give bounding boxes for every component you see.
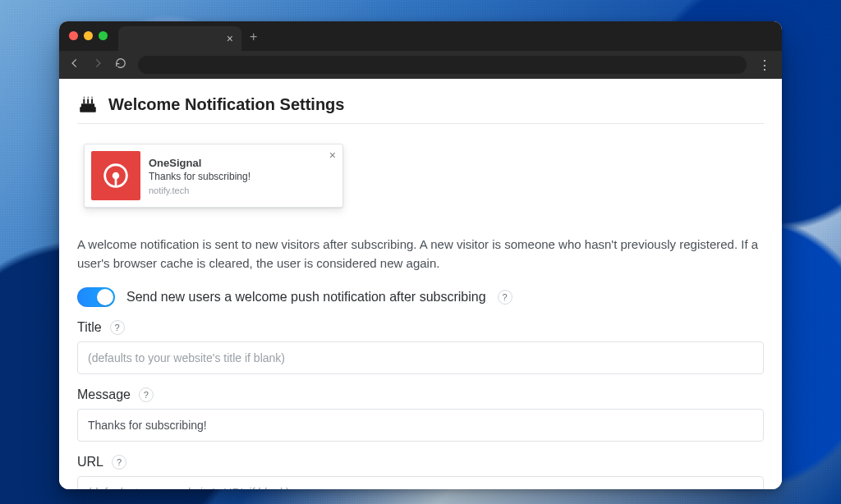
message-input[interactable]	[77, 409, 764, 442]
address-bar[interactable]	[138, 56, 747, 74]
svg-rect-2	[83, 99, 85, 104]
help-icon[interactable]: ?	[110, 320, 125, 335]
browser-tab[interactable]: ×	[118, 26, 241, 51]
page-title: Welcome Notification Settings	[108, 95, 344, 114]
help-icon[interactable]: ?	[498, 290, 512, 305]
title-field: Title ?	[77, 320, 764, 374]
notification-title: OneSignal	[149, 157, 250, 169]
browser-menu-icon[interactable]: ⋮	[758, 57, 772, 73]
welcome-toggle-row: Send new users a welcome push notificati…	[77, 287, 764, 307]
title-label: Title	[77, 320, 102, 335]
message-field: Message ?	[77, 387, 764, 442]
notification-body: OneSignal Thanks for subscribing! notify…	[149, 151, 250, 200]
reload-icon[interactable]	[115, 57, 126, 72]
welcome-toggle[interactable]	[77, 287, 115, 307]
page-content: Welcome Notification Settings OneSignal …	[59, 79, 782, 489]
help-icon[interactable]: ?	[139, 387, 154, 402]
notification-message: Thanks for subscribing!	[149, 171, 250, 182]
url-label: URL	[77, 455, 103, 470]
tab-close-icon[interactable]: ×	[227, 33, 233, 44]
back-icon[interactable]	[69, 57, 80, 72]
url-field: URL ?	[77, 455, 764, 489]
notification-preview: OneSignal Thanks for subscribing! notify…	[84, 144, 343, 208]
browser-tab-bar: × +	[59, 21, 782, 51]
title-input[interactable]	[77, 341, 764, 374]
window-controls	[69, 31, 108, 40]
window-minimize-button[interactable]	[84, 31, 93, 40]
svg-rect-7	[115, 174, 117, 186]
svg-rect-3	[87, 99, 89, 104]
notification-app-icon	[91, 151, 140, 200]
welcome-icon	[77, 94, 99, 115]
page-header: Welcome Notification Settings	[77, 94, 764, 124]
new-tab-button[interactable]: +	[250, 30, 257, 44]
settings-description: A welcome notification is sent to new vi…	[77, 236, 764, 273]
help-icon[interactable]: ?	[112, 455, 126, 470]
svg-rect-1	[81, 103, 94, 108]
svg-rect-4	[91, 99, 93, 104]
browser-toolbar: ⋮	[59, 51, 782, 79]
window-close-button[interactable]	[69, 31, 78, 40]
welcome-toggle-label: Send new users a welcome push notificati…	[126, 290, 486, 305]
message-label: Message	[77, 387, 131, 402]
forward-icon[interactable]	[92, 57, 103, 72]
browser-window: × + ⋮	[59, 21, 782, 489]
svg-rect-0	[80, 107, 96, 112]
url-input[interactable]	[77, 476, 764, 489]
window-maximize-button[interactable]	[99, 31, 108, 40]
notification-close-icon[interactable]: ×	[329, 149, 336, 161]
notification-domain: notify.tech	[149, 186, 250, 195]
